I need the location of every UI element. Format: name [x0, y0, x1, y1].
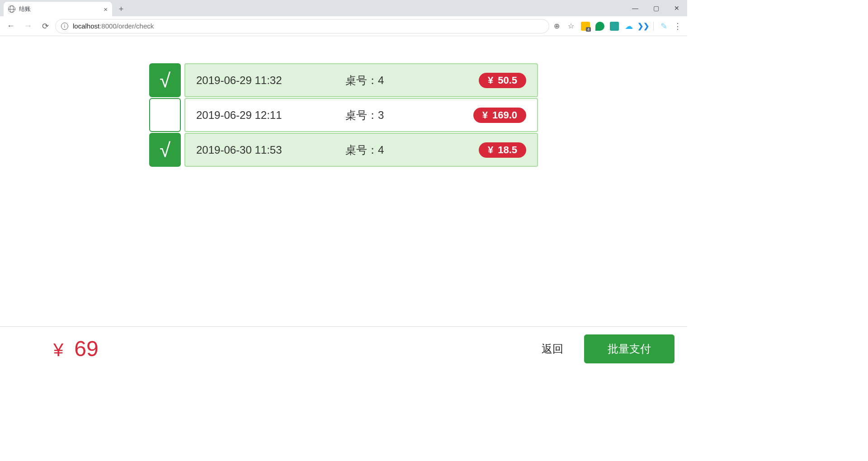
browser-tab-strip: 结账 × + — ▢ ✕ [0, 0, 687, 16]
window-maximize-button[interactable]: ▢ [646, 0, 666, 16]
window-controls: — ▢ ✕ [625, 0, 687, 16]
bookmark-star-icon[interactable]: ☆ [566, 22, 576, 31]
order-row: 2019-06-29 12:11桌号：3¥169.0 [149, 98, 538, 132]
order-time: 2019-06-30 11:53 [196, 144, 345, 156]
zoom-icon[interactable]: ⊕ [552, 22, 561, 31]
address-bar[interactable]: i localhost:8000/order/check [55, 19, 549, 33]
order-time: 2019-06-29 11:32 [196, 74, 345, 87]
toolbar-separator [653, 22, 654, 31]
order-table: 桌号：3 [345, 108, 436, 122]
nav-forward-button[interactable]: → [21, 19, 35, 33]
order-row: √2019-06-30 11:53桌号：4¥18.5 [149, 133, 538, 167]
back-button[interactable]: 返回 [533, 337, 571, 361]
extension-cloud-icon[interactable]: ☁ [624, 22, 633, 31]
url-path: :8000/order/check [99, 22, 154, 30]
batch-pay-button[interactable]: 批量支付 [584, 334, 675, 363]
order-row-body[interactable]: 2019-06-29 12:11桌号：3¥169.0 [184, 98, 538, 132]
total-amount: 69 [74, 336, 98, 361]
extension-3-icon[interactable] [610, 22, 619, 31]
browser-tab[interactable]: 结账 × [4, 2, 112, 16]
browser-toolbar: ← → ⟳ i localhost:8000/order/check ⊕ ☆ ☁… [0, 16, 687, 36]
order-list: √2019-06-29 11:32桌号：4¥50.52019-06-29 12:… [149, 63, 538, 167]
order-price: 50.5 [498, 75, 517, 86]
browser-menu-button[interactable]: ⋮ [674, 21, 682, 31]
order-table: 桌号：4 [345, 143, 436, 157]
extension-evernote-icon[interactable] [595, 22, 604, 31]
currency-symbol: ¥ [488, 144, 493, 156]
close-tab-icon[interactable]: × [104, 5, 108, 13]
checkout-bar: ¥ 69 返回 批量支付 [0, 326, 687, 371]
order-checkbox[interactable] [149, 98, 181, 132]
page-viewport: √2019-06-29 11:32桌号：4¥50.52019-06-29 12:… [0, 36, 687, 371]
order-row: √2019-06-29 11:32桌号：4¥50.5 [149, 63, 538, 97]
order-price-badge: ¥18.5 [479, 142, 526, 158]
extension-chevrons-icon[interactable]: ❯❯ [639, 22, 648, 31]
toolbar-right: ⊕ ☆ ☁ ❯❯ ✎ ⋮ [552, 21, 684, 31]
order-row-body[interactable]: 2019-06-30 11:53桌号：4¥18.5 [184, 133, 538, 167]
currency-symbol: ¥ [53, 340, 63, 360]
globe-icon [8, 5, 15, 13]
total-price: ¥ 69 [53, 336, 99, 361]
order-price-badge: ¥50.5 [479, 73, 526, 88]
nav-reload-button[interactable]: ⟳ [38, 19, 52, 33]
order-checkbox[interactable]: √ [149, 63, 181, 97]
extension-1-icon[interactable] [581, 22, 590, 31]
new-tab-button[interactable]: + [115, 2, 127, 16]
order-price: 18.5 [498, 144, 517, 156]
site-info-icon[interactable]: i [61, 23, 68, 30]
order-time: 2019-06-29 12:11 [196, 109, 345, 122]
order-row-body[interactable]: 2019-06-29 11:32桌号：4¥50.5 [184, 63, 538, 97]
extension-feather-icon[interactable]: ✎ [659, 22, 668, 31]
window-minimize-button[interactable]: — [625, 0, 646, 16]
order-checkbox[interactable]: √ [149, 133, 181, 167]
order-table: 桌号：4 [345, 73, 436, 88]
order-price: 169.0 [492, 109, 517, 121]
currency-symbol: ¥ [482, 109, 488, 121]
window-close-button[interactable]: ✕ [666, 0, 687, 16]
currency-symbol: ¥ [488, 75, 493, 86]
order-price-badge: ¥169.0 [473, 108, 526, 123]
nav-back-button[interactable]: ← [4, 19, 18, 33]
tab-title: 结账 [19, 5, 100, 13]
url-host: localhost [73, 22, 99, 30]
